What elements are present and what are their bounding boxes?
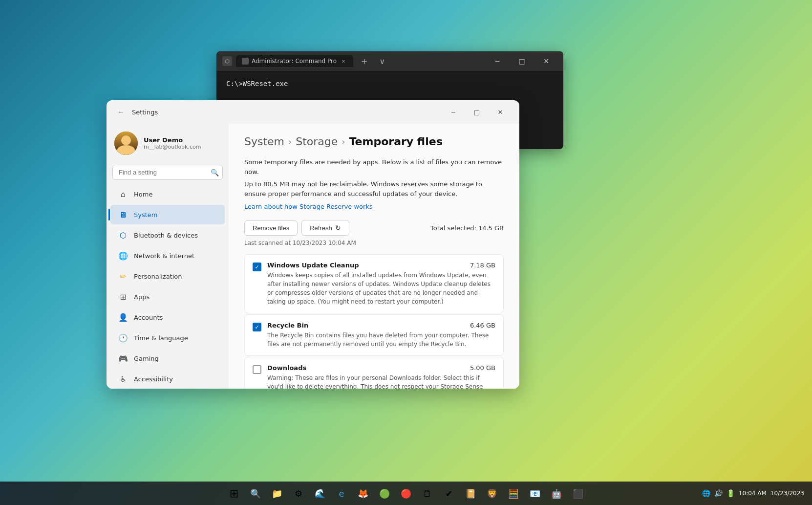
taskbar-firefox-icon[interactable]: 🦊 xyxy=(353,483,373,503)
user-info: User Demo m__lab@outlook.com xyxy=(144,136,221,150)
search-input[interactable] xyxy=(112,165,223,180)
terminal-tab-icon xyxy=(242,58,249,65)
file-info-recycle-bin: Recycle Bin 6.46 GB The Recycle Bin cont… xyxy=(267,322,495,349)
terminal-maximize-button[interactable]: □ xyxy=(511,53,533,69)
sidebar-item-accounts-label: Accounts xyxy=(134,314,163,321)
taskbar-chrome-icon[interactable]: 🟢 xyxy=(375,483,394,503)
taskbar-notepad-icon[interactable]: 🗒 xyxy=(418,483,437,503)
settings-title: Settings xyxy=(132,109,158,116)
sidebar-item-system[interactable]: 🖥 System xyxy=(110,205,225,224)
terminal-tab-label: Administrator: Command Pro xyxy=(252,58,337,65)
user-profile[interactable]: User Demo m__lab@outlook.com xyxy=(107,128,229,163)
breadcrumb-sep-1: › xyxy=(288,136,292,147)
terminal-new-tab-icon[interactable]: + xyxy=(357,57,371,66)
file-checkbox-windows-update[interactable] xyxy=(253,263,261,271)
taskbar-network-icon[interactable]: 🌐 xyxy=(702,489,710,497)
settings-back-button[interactable]: ← xyxy=(114,105,128,119)
sidebar-item-bluetooth-label: Bluetooth & devices xyxy=(134,232,198,239)
file-item-recycle-bin: Recycle Bin 6.46 GB The Recycle Bin cont… xyxy=(244,314,504,356)
sidebar-item-apps[interactable]: ⊞ Apps xyxy=(110,287,225,307)
taskbar-tick-icon[interactable]: ✔ xyxy=(439,483,459,503)
taskbar-clock[interactable]: 10:04 AM xyxy=(739,490,767,497)
sidebar-item-personalization[interactable]: ✏ Personalization xyxy=(110,266,225,286)
settings-close-button[interactable]: ✕ xyxy=(489,104,512,120)
sidebar-item-gaming[interactable]: 🎮 Gaming xyxy=(110,349,225,368)
taskbar-copilot-icon[interactable]: 🤖 xyxy=(547,483,566,503)
sidebar-item-network[interactable]: 🌐 Network & internet xyxy=(110,246,225,265)
file-checkbox-recycle-bin[interactable] xyxy=(253,323,261,331)
taskbar-ie-icon[interactable]: e xyxy=(332,483,351,503)
sidebar-item-time[interactable]: 🕐 Time & language xyxy=(110,328,225,348)
taskbar-brave-icon[interactable]: 🦁 xyxy=(482,483,502,503)
user-name: User Demo xyxy=(144,136,221,144)
file-name-recycle-bin: Recycle Bin xyxy=(267,322,308,329)
sidebar-item-bluetooth[interactable]: ⬡ Bluetooth & devices xyxy=(110,225,225,245)
accessibility-icon: ♿ xyxy=(118,374,128,384)
settings-minimize-button[interactable]: ─ xyxy=(442,104,465,120)
terminal-tab-close-icon[interactable]: ✕ xyxy=(340,57,347,65)
taskbar-settings-pinned-icon[interactable]: ⚙ xyxy=(289,483,308,503)
terminal-app-icon: ⬡ xyxy=(222,56,232,66)
file-desc-downloads: Warning: These are files in your persona… xyxy=(267,373,495,389)
network-icon: 🌐 xyxy=(118,251,128,261)
gaming-icon: 🎮 xyxy=(118,353,128,363)
sidebar-item-accessibility[interactable]: ♿ Accessibility xyxy=(110,369,225,389)
settings-window-controls: ─ □ ✕ xyxy=(442,104,512,120)
file-info-windows-update: Windows Update Cleanup 7.18 GB Windows k… xyxy=(267,262,495,306)
taskbar-onenote-icon[interactable]: 📔 xyxy=(461,483,480,503)
description-2: Up to 80.5 MB may not be reclaimable. Wi… xyxy=(244,179,504,198)
system-icon: 🖥 xyxy=(118,210,128,220)
file-size-windows-update: 7.18 GB xyxy=(470,262,495,269)
settings-titlebar: ← Settings ─ □ ✕ xyxy=(107,100,519,124)
avatar-image xyxy=(114,132,138,155)
storage-reserve-link[interactable]: Learn about how Storage Reserve works xyxy=(244,203,373,210)
file-desc-windows-update: Windows keeps copies of all installed up… xyxy=(267,271,495,306)
terminal-tab[interactable]: Administrator: Command Pro ✕ xyxy=(236,55,353,67)
taskbar-volume-icon[interactable]: 🔊 xyxy=(714,489,723,497)
total-selected-text: Total selected: 14.5 GB xyxy=(430,224,504,232)
sidebar-item-home-label: Home xyxy=(134,191,152,198)
settings-maximize-button[interactable]: □ xyxy=(466,104,488,120)
file-size-downloads: 5.00 GB xyxy=(470,364,495,372)
breadcrumb-system[interactable]: System xyxy=(244,135,284,148)
scan-info: Last scanned at 10/23/2023 10:04 AM xyxy=(244,240,504,246)
file-size-recycle-bin: 6.46 GB xyxy=(470,322,495,329)
taskbar-edge-icon[interactable]: 🌊 xyxy=(310,483,330,503)
taskbar-terminal-icon[interactable]: ⬛ xyxy=(568,483,588,503)
taskbar-explorer-icon[interactable]: 📁 xyxy=(267,483,287,503)
breadcrumb: System › Storage › Temporary files xyxy=(244,135,504,148)
file-checkbox-downloads[interactable] xyxy=(253,365,261,374)
file-info-downloads: Downloads 5.00 GB Warning: These are fil… xyxy=(267,364,495,389)
user-email: m__lab@outlook.com xyxy=(144,144,221,150)
terminal-minimize-button[interactable]: ─ xyxy=(486,53,509,69)
sidebar-item-home[interactable]: ⌂ Home xyxy=(110,184,225,204)
taskbar-start-button[interactable]: ⊞ xyxy=(224,483,244,503)
file-header-windows-update: Windows Update Cleanup 7.18 GB xyxy=(267,262,495,269)
search-icon: 🔍 xyxy=(211,169,219,176)
taskbar-calc-icon[interactable]: 🧮 xyxy=(504,483,523,503)
file-desc-recycle-bin: The Recycle Bin contains files you have … xyxy=(267,331,495,349)
file-item-downloads: Downloads 5.00 GB Warning: These are fil… xyxy=(244,357,504,389)
taskbar-opera-icon[interactable]: 🔴 xyxy=(396,483,416,503)
terminal-close-button[interactable]: ✕ xyxy=(535,53,557,69)
description-1: Some temporary files are needed by apps.… xyxy=(244,157,504,176)
settings-sidebar: User Demo m__lab@outlook.com 🔍 ⌂ Home 🖥 … xyxy=(107,124,229,389)
terminal-tab-dropdown-icon[interactable]: ∨ xyxy=(375,57,389,66)
refresh-label: Refresh xyxy=(310,224,332,232)
time-icon: 🕐 xyxy=(118,333,128,343)
remove-files-button[interactable]: Remove files xyxy=(244,220,298,236)
file-header-recycle-bin: Recycle Bin 6.46 GB xyxy=(267,322,495,329)
terminal-content: C:\>WSReset.exe xyxy=(216,71,563,97)
breadcrumb-storage[interactable]: Storage xyxy=(296,135,338,148)
taskbar-battery-icon[interactable]: 🔋 xyxy=(727,489,735,497)
taskbar-outlook-icon[interactable]: 📧 xyxy=(525,483,545,503)
file-name-windows-update: Windows Update Cleanup xyxy=(267,262,359,269)
settings-window: ← Settings ─ □ ✕ User Demo m__lab@outloo… xyxy=(107,100,519,389)
home-icon: ⌂ xyxy=(118,189,128,199)
sidebar-item-accounts[interactable]: 👤 Accounts xyxy=(110,307,225,327)
sidebar-item-time-label: Time & language xyxy=(134,334,188,342)
taskbar-search-icon[interactable]: 🔍 xyxy=(246,483,265,503)
apps-icon: ⊞ xyxy=(118,292,128,302)
taskbar-date: 10/23/2023 xyxy=(770,490,804,497)
refresh-button[interactable]: Refresh ↻ xyxy=(301,220,349,236)
